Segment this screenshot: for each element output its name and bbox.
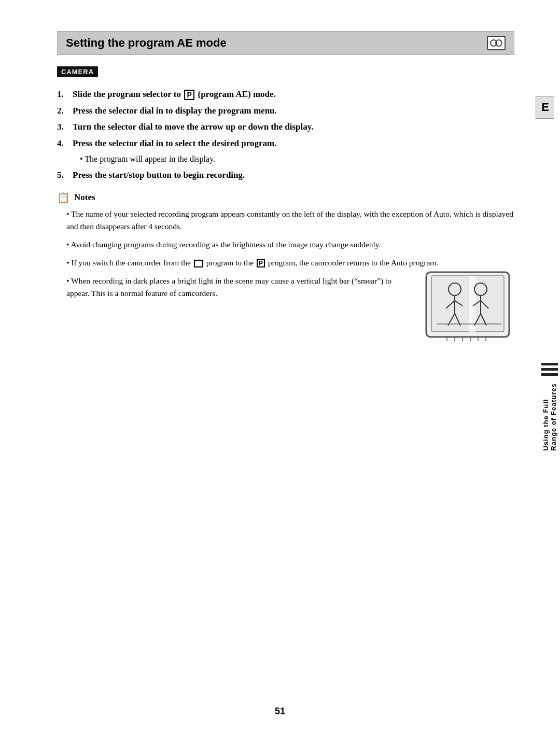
right-sidebar: E Using the FullRange of Features [530,0,560,748]
note-2: Avoid changing programs during recording… [66,238,514,251]
step-2-number: 2. [57,104,73,118]
note-1: The name of your selected recording prog… [66,208,514,234]
sidebar-vertical-text: Using the FullRange of Features [542,383,557,450]
main-content: Setting the program AE mode CAMERA 1. Sl… [31,0,530,748]
notes-header: 📋 Notes [57,191,514,204]
step-5: 5. Press the start/stop button to begin … [57,168,514,182]
step-3-number: 3. [57,120,73,134]
p-symbol-note-icon: P [257,259,265,267]
page-number: 51 [275,706,285,717]
step-4: 4. Press the selector dial in to select … [57,137,514,150]
p-symbol-icon: P [184,90,194,100]
step-1-number: 1. [57,88,73,101]
bottom-section: When recording in dark places a bright l… [57,275,514,347]
notes-section: 📋 Notes The name of your selected record… [57,191,514,347]
notes-icon: 📋 [57,191,70,204]
notes-label: Notes [74,192,95,203]
step-1-text: Slide the program selector to P (program… [73,88,276,101]
camera-badge: CAMERA [57,66,98,77]
note-4: When recording in dark places a bright l… [66,275,405,301]
step-2: 2. Press the selector dial in to display… [57,104,514,118]
cassette-icon [487,36,506,50]
step-3: 3. Turn the selector dial to move the ar… [57,120,514,134]
step-1: 1. Slide the program selector to P (prog… [57,88,514,101]
square-program-icon [194,260,203,267]
vertical-text-block: Using the FullRange of Features [541,363,558,450]
page: E Using the FullRange of Features Settin… [0,0,560,748]
step-5-text: Press the start/stop button to begin rec… [73,168,245,182]
step-4-number: 4. [57,137,73,150]
e-tab: E [536,96,554,119]
menu-lines-icon [541,363,558,376]
note-3: If you switch the camcorder from the pro… [66,257,514,270]
section-header: Setting the program AE mode [57,31,514,55]
step-4-sub: The program will appear in the display. [80,153,514,165]
section-title: Setting the program AE mode [66,36,227,50]
svg-rect-2 [469,276,475,332]
step-4-text: Press the selector dial in to select the… [73,137,276,150]
note-4-text: When recording in dark places a bright l… [57,275,405,306]
step-2-text: Press the selector dial in to display th… [73,104,277,118]
steps-list: 1. Slide the program selector to P (prog… [57,88,514,182]
svg-rect-1 [431,276,504,332]
illustration [421,270,514,347]
step-5-number: 5. [57,168,73,182]
step-3-text: Turn the selector dial to move the arrow… [73,120,314,134]
